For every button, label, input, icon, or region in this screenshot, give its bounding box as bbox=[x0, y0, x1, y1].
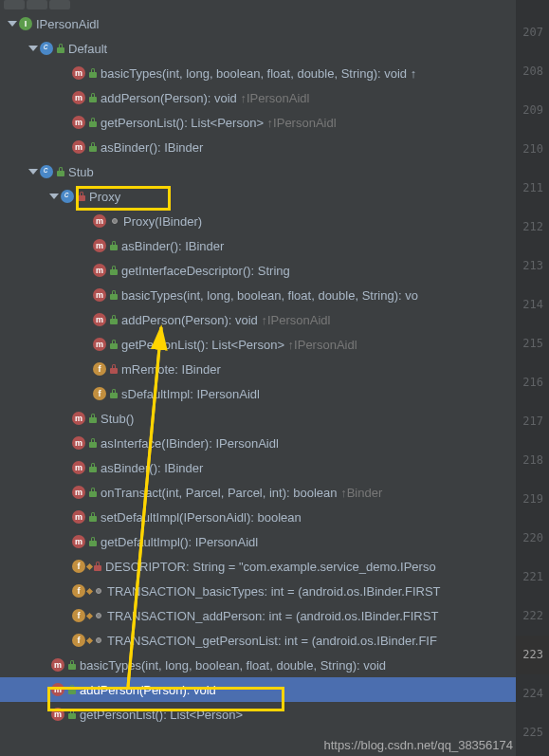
tree-node-method[interactable]: m getPersonList(): List<Person> ↑IPerson… bbox=[0, 110, 516, 135]
method-icon: m bbox=[51, 683, 64, 696]
method-icon: m bbox=[93, 338, 106, 351]
tree-node-field[interactable]: f sDefaultImpl: IPersonAidl bbox=[0, 381, 516, 406]
expand-icon[interactable] bbox=[47, 191, 59, 202]
line-gutter: 2072082092102112122132142152162172182192… bbox=[516, 0, 549, 756]
lock-icon bbox=[89, 118, 97, 127]
tree-node-field[interactable]: f DESCRIPTOR: String = "com.example.serv… bbox=[0, 554, 516, 579]
tree-node-interface[interactable]: I IPersonAidl bbox=[0, 11, 516, 36]
lock-icon bbox=[68, 660, 76, 670]
tree-node-method[interactable]: m addPerson(Person): void ↑IPersonAidl bbox=[0, 307, 516, 332]
tb-button[interactable] bbox=[27, 0, 47, 9]
tb-button[interactable] bbox=[49, 0, 70, 9]
lock-icon bbox=[110, 241, 118, 250]
tree-node-method[interactable]: m asBinder(): IBinder bbox=[0, 455, 516, 480]
lock-icon bbox=[89, 414, 97, 423]
tree-node-field[interactable]: f TRANSACTION_getPersonList: int = (andr… bbox=[0, 628, 516, 653]
method-sig: getDefaultImpl(): IPersonAidl bbox=[101, 535, 258, 549]
method-icon: m bbox=[72, 436, 85, 450]
tree-node-method-selected[interactable]: m addPerson(Person): void bbox=[0, 677, 516, 702]
method-icon: m bbox=[51, 708, 64, 721]
lock-icon bbox=[57, 44, 64, 53]
field-icon: f bbox=[72, 584, 85, 598]
method-sig: basicTypes(int, long, boolean, float, do… bbox=[121, 288, 418, 303]
field-icon: f bbox=[93, 387, 106, 400]
method-sig: Stub() bbox=[101, 412, 134, 426]
method-sig: Proxy(IBinder) bbox=[123, 214, 202, 229]
lock-icon bbox=[94, 562, 101, 571]
static-icon bbox=[86, 636, 93, 643]
tree-node-class-default[interactable]: Default bbox=[0, 36, 516, 61]
field-sig: sDefaultImpl: IPersonAidl bbox=[121, 387, 260, 401]
toolbar bbox=[0, 0, 516, 11]
method-icon: m bbox=[72, 486, 85, 499]
tree-node-field[interactable]: f mRemote: IBinder bbox=[0, 357, 516, 381]
method-icon: m bbox=[93, 313, 106, 326]
field-icon: f bbox=[72, 560, 85, 573]
lock-icon bbox=[89, 68, 97, 78]
method-sig: getPersonList(): List<Person> ↑IPersonAi… bbox=[121, 338, 357, 352]
tree-node-method[interactable]: m asBinder(): IBinder bbox=[0, 135, 516, 159]
method-sig: addPerson(Person): void bbox=[80, 683, 216, 697]
lock-icon bbox=[110, 340, 118, 349]
method-sig: setDefaultImpl(IPersonAidl): boolean bbox=[101, 510, 302, 525]
field-sig: DESCRIPTOR: String = "com.example.servic… bbox=[105, 560, 436, 574]
watermark: https://blog.csdn.net/qq_38356174 bbox=[324, 738, 514, 752]
method-icon: m bbox=[72, 116, 85, 129]
expand-icon[interactable] bbox=[6, 18, 17, 29]
tree-node-method[interactable]: m addPerson(Person): void ↑IPersonAidl bbox=[0, 85, 516, 110]
node-label: Stub bbox=[68, 165, 94, 179]
package-private-icon bbox=[96, 588, 101, 594]
method-icon: m bbox=[93, 214, 106, 228]
lock-icon bbox=[89, 463, 97, 472]
tree-node-class-proxy[interactable]: Proxy bbox=[0, 184, 516, 209]
field-icon: f bbox=[93, 362, 106, 376]
tree-node-method[interactable]: m onTransact(int, Parcel, Parcel, int): … bbox=[0, 480, 516, 505]
class-icon bbox=[61, 190, 74, 203]
method-icon: m bbox=[72, 412, 85, 425]
method-sig: addPerson(Person): void ↑IPersonAidl bbox=[121, 313, 330, 327]
method-sig: asBinder(): IBinder bbox=[101, 461, 203, 475]
tree-node-field[interactable]: f TRANSACTION_addPerson: int = (android.… bbox=[0, 603, 516, 628]
tree-node-method[interactable]: m getInterfaceDescriptor(): String bbox=[0, 258, 516, 283]
tb-button[interactable] bbox=[4, 0, 25, 9]
tree-node-method[interactable]: m asInterface(IBinder): IPersonAidl bbox=[0, 431, 516, 455]
tree-node-method[interactable]: m getPersonList(): List<Person> bbox=[0, 702, 516, 727]
tree-node-method[interactable]: m Proxy(IBinder) bbox=[0, 209, 516, 233]
tree-node-field[interactable]: f TRANSACTION_basicTypes: int = (android… bbox=[0, 579, 516, 603]
static-icon bbox=[86, 562, 93, 569]
tree-node-method[interactable]: m Stub() bbox=[0, 406, 516, 431]
interface-icon: I bbox=[19, 17, 32, 30]
lock-icon bbox=[89, 438, 97, 448]
tree-node-method[interactable]: m setDefaultImpl(IPersonAidl): boolean bbox=[0, 505, 516, 529]
tree-node-class-stub[interactable]: Stub bbox=[0, 159, 516, 184]
lock-icon bbox=[68, 685, 76, 694]
lock-icon bbox=[78, 192, 85, 201]
tree-node-method[interactable]: m getPersonList(): List<Person> ↑IPerson… bbox=[0, 332, 516, 357]
expand-icon[interactable] bbox=[27, 43, 38, 54]
package-private-icon bbox=[112, 218, 118, 224]
tree-node-method[interactable]: m basicTypes(int, long, boolean, float, … bbox=[0, 653, 516, 677]
field-sig: TRANSACTION_basicTypes: int = (android.o… bbox=[107, 584, 441, 599]
method-sig: basicTypes(int, long, boolean, float, do… bbox=[80, 658, 386, 673]
class-icon bbox=[40, 42, 53, 55]
node-label: Default bbox=[68, 42, 107, 56]
method-icon: m bbox=[93, 264, 106, 277]
expand-icon[interactable] bbox=[27, 166, 38, 177]
method-icon: m bbox=[72, 510, 85, 524]
method-icon: m bbox=[72, 140, 85, 154]
tree-node-method[interactable]: m basicTypes(int, long, boolean, float, … bbox=[0, 61, 516, 85]
method-icon: m bbox=[72, 461, 85, 474]
tree-node-method[interactable]: m basicTypes(int, long, boolean, float, … bbox=[0, 283, 516, 307]
method-sig: asBinder(): IBinder bbox=[101, 140, 203, 155]
field-sig: mRemote: IBinder bbox=[121, 362, 221, 377]
method-icon: m bbox=[72, 66, 85, 80]
structure-tree[interactable]: I IPersonAidl Default m basicTypes(int, … bbox=[0, 0, 516, 756]
method-icon: m bbox=[93, 288, 106, 302]
field-icon: f bbox=[72, 609, 85, 622]
method-icon: m bbox=[93, 239, 106, 252]
tree-node-method[interactable]: m getDefaultImpl(): IPersonAidl bbox=[0, 529, 516, 554]
lock-icon bbox=[110, 389, 118, 398]
lock-icon bbox=[89, 512, 97, 522]
tree-node-method[interactable]: m asBinder(): IBinder bbox=[0, 233, 516, 258]
package-private-icon bbox=[96, 613, 101, 618]
